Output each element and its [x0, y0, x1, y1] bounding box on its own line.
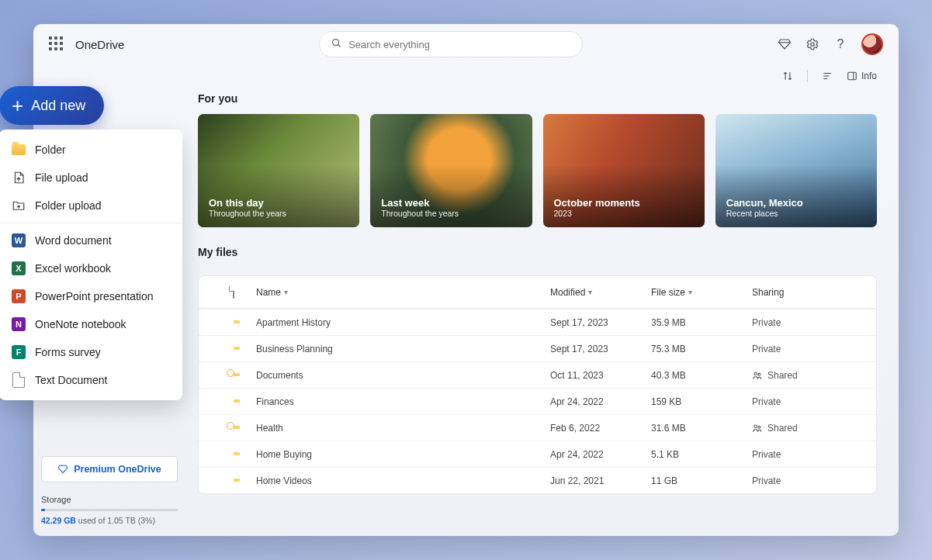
- app-launcher-icon[interactable]: [49, 36, 64, 52]
- forms-icon: F: [12, 345, 26, 359]
- powerpoint-icon: P: [12, 289, 26, 303]
- storage-usage-text[interactable]: 42.29 GB used of 1.05 TB (3%): [41, 516, 178, 525]
- storage-bar-fill: [41, 509, 45, 511]
- col-name[interactable]: Name▾: [256, 287, 550, 298]
- dropdown-item[interactable]: Folder: [0, 136, 182, 164]
- search-icon: [331, 37, 342, 52]
- file-modified: Apr 24, 2022: [550, 449, 651, 460]
- folder-upload-icon: [12, 199, 26, 213]
- for-you-card[interactable]: October moments 2023: [543, 114, 705, 227]
- card-title: Cancun, Mexico: [726, 197, 866, 209]
- dropdown-item-label: OneNote notebook: [35, 318, 126, 330]
- info-pane-toggle[interactable]: Info: [847, 71, 877, 81]
- svg-point-8: [754, 372, 757, 375]
- add-new-label: Add new: [31, 98, 85, 114]
- user-avatar[interactable]: [861, 33, 883, 55]
- dropdown-item[interactable]: X Excel workbook: [0, 254, 182, 282]
- file-sharing: Private: [752, 317, 876, 328]
- dropdown-item[interactable]: W Word document: [0, 226, 182, 254]
- search-box[interactable]: [319, 31, 583, 57]
- for-you-card[interactable]: On this day Throughout the years: [198, 114, 359, 227]
- excel-icon: X: [12, 261, 26, 275]
- dropdown-item[interactable]: Text Document: [0, 366, 182, 394]
- premium-diamond-icon[interactable]: [778, 37, 792, 51]
- card-title: Last week: [381, 197, 521, 209]
- table-row[interactable]: Home Buying Apr 24, 2022 5.1 KB Private: [199, 441, 876, 467]
- view-toolbar: Info: [33, 64, 899, 88]
- dropdown-separator: [0, 223, 182, 223]
- settings-gear-icon[interactable]: [806, 37, 819, 51]
- file-modified: Sept 17, 2023: [550, 317, 651, 328]
- svg-point-2: [811, 43, 815, 47]
- card-title: October moments: [554, 197, 694, 209]
- dropdown-item[interactable]: P PowerPoint presentation: [0, 282, 182, 310]
- header-bar: OneDrive ?: [33, 24, 899, 64]
- table-row[interactable]: Business Planning Sept 17, 2023 75.3 MB …: [199, 335, 876, 361]
- storage-heading: Storage: [41, 495, 178, 504]
- table-row[interactable]: Health Feb 6, 2022 31.6 MB Shared: [199, 414, 876, 441]
- folder-icon: [12, 143, 26, 157]
- header-actions: ?: [778, 33, 883, 55]
- for-you-card[interactable]: Cancun, Mexico Recent places: [715, 114, 877, 227]
- svg-point-0: [333, 39, 339, 45]
- dropdown-item[interactable]: F Forms survey: [0, 338, 182, 366]
- add-new-button[interactable]: + Add new: [0, 86, 104, 125]
- add-new-dropdown: Folder File upload Folder uploadW Word d…: [0, 130, 182, 400]
- for-you-card[interactable]: Last week Throughout the years: [370, 114, 532, 227]
- file-name: Health: [256, 423, 550, 434]
- help-icon[interactable]: ?: [833, 37, 847, 51]
- file-name: Documents: [256, 370, 550, 381]
- dropdown-item-label: Text Document: [35, 374, 107, 386]
- file-upload-icon: [12, 171, 26, 185]
- my-files-title: My files: [198, 246, 877, 258]
- file-sharing: Private: [752, 449, 876, 460]
- svg-point-9: [758, 373, 760, 375]
- dropdown-item-label: File upload: [35, 171, 88, 184]
- dropdown-item-label: Folder: [35, 143, 66, 156]
- table-row[interactable]: Apartment History Sept 17, 2023 35.9 MB …: [199, 309, 876, 335]
- col-modified[interactable]: Modified▾: [550, 287, 651, 298]
- col-sharing[interactable]: Sharing: [752, 287, 876, 298]
- sort-toggle-icon[interactable]: [782, 71, 793, 81]
- svg-point-10: [754, 424, 757, 427]
- dropdown-item-label: Folder upload: [35, 199, 102, 212]
- file-modified: Jun 22, 2021: [550, 475, 651, 486]
- onenote-icon: N: [12, 317, 26, 331]
- files-table-header: Name▾ Modified▾ File size▾ Sharing: [199, 276, 876, 309]
- text-doc-icon: [12, 373, 26, 387]
- search-input[interactable]: [348, 39, 571, 50]
- table-row[interactable]: Finances Apr 24, 2022 159 KB Private: [199, 388, 876, 414]
- word-icon: W: [12, 233, 26, 247]
- table-row[interactable]: Documents Oct 11, 2023 40.3 MB Shared: [199, 361, 876, 388]
- card-subtitle: 2023: [554, 209, 694, 218]
- svg-line-1: [338, 44, 341, 47]
- file-modified: Apr 24, 2022: [550, 396, 651, 407]
- file-name: Finances: [256, 396, 550, 407]
- file-sharing: Shared: [752, 370, 876, 381]
- file-size: 11 GB: [651, 475, 752, 486]
- file-modified: Sept 17, 2023: [550, 344, 651, 354]
- dropdown-item[interactable]: N OneNote notebook: [0, 310, 182, 338]
- file-sharing: Private: [752, 475, 876, 486]
- view-options-icon[interactable]: [822, 71, 833, 81]
- premium-onedrive-button[interactable]: Premium OneDrive: [41, 456, 178, 482]
- dropdown-item-label: Word document: [35, 234, 112, 247]
- file-size: 35.9 MB: [651, 317, 752, 328]
- svg-rect-6: [848, 72, 857, 79]
- file-size: 5.1 KB: [651, 449, 752, 460]
- for-you-title: For you: [198, 92, 877, 105]
- dropdown-item[interactable]: Folder upload: [0, 192, 182, 220]
- card-subtitle: Throughout the years: [209, 209, 348, 218]
- file-size: 40.3 MB: [651, 370, 752, 381]
- storage-used-value: 42.29 GB: [41, 516, 76, 525]
- dropdown-item-label: Excel workbook: [35, 262, 111, 275]
- file-size: 75.3 MB: [651, 344, 752, 354]
- col-size[interactable]: File size▾: [651, 287, 752, 298]
- file-type-header-icon[interactable]: [233, 287, 256, 298]
- info-pane-label: Info: [861, 71, 877, 81]
- dropdown-item[interactable]: File upload: [0, 164, 182, 192]
- table-row[interactable]: Home Videos Jun 22, 2021 11 GB Private: [199, 467, 876, 493]
- storage-bar: [41, 509, 178, 511]
- file-name: Home Buying: [256, 449, 550, 460]
- file-sharing: Shared: [752, 423, 876, 434]
